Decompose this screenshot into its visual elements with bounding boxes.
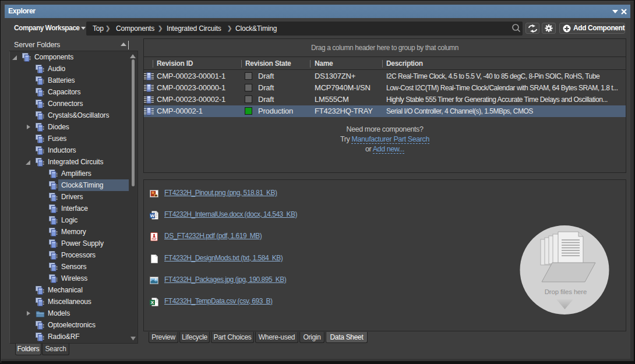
svg-text:Drop files here: Drop files here — [545, 288, 587, 295]
